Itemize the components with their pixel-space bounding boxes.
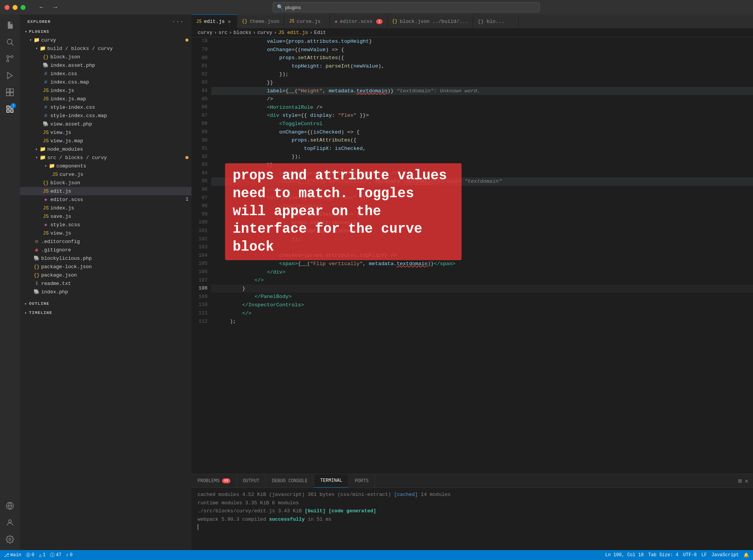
tab-curve-js[interactable]: JS curve.js bbox=[284, 14, 330, 28]
search-input[interactable] bbox=[285, 5, 536, 10]
svg-rect-15 bbox=[7, 110, 9, 112]
tab-terminal[interactable]: TERMINAL bbox=[314, 474, 349, 488]
tab-ports[interactable]: PORTS bbox=[349, 474, 375, 488]
code-line-95: <span>{__("Flip horizontally", metadata.… bbox=[211, 177, 753, 186]
curvy-folder[interactable]: ▾ 📁 curvy bbox=[20, 36, 191, 44]
blockylicious-php-file[interactable]: 🐘 blockylicious.php bbox=[20, 254, 191, 262]
index-js-map-file[interactable]: JS index.js.map bbox=[20, 95, 191, 103]
build-folder[interactable]: ▾ 📁 build / blocks / curvy bbox=[20, 44, 191, 53]
tab-block-json[interactable]: {} block.json ../build/... bbox=[388, 14, 473, 28]
style-scss-file[interactable]: ◈ style.scss bbox=[20, 220, 191, 229]
breadcrumb-curvy2[interactable]: curvy bbox=[257, 30, 272, 35]
components-folder[interactable]: ▾ 📁 components bbox=[20, 162, 191, 170]
panel-close-icon[interactable]: ✕ bbox=[745, 477, 748, 485]
accounts-icon[interactable] bbox=[2, 515, 18, 530]
editorconfig-file[interactable]: ⚙ .editorconfig bbox=[20, 237, 191, 246]
debug-icon[interactable] bbox=[2, 68, 18, 83]
readme-txt-file[interactable]: ℹ readme.txt bbox=[20, 279, 191, 288]
curvy-folder-icon: 📁 bbox=[34, 37, 40, 43]
tab-debug-console[interactable]: DEBUG CONSOLE bbox=[266, 474, 314, 488]
extensions-icon[interactable] bbox=[2, 85, 18, 100]
source-control-icon[interactable] bbox=[2, 51, 18, 66]
index-asset-php-file[interactable]: 🐘 index.asset.php bbox=[20, 61, 191, 69]
node-modules-folder[interactable]: ▸ 📁 node_modules bbox=[20, 145, 191, 153]
breadcrumb-src[interactable]: src bbox=[219, 30, 227, 35]
save-js-file[interactable]: JS save.js bbox=[20, 212, 191, 220]
language-label: JavaScript bbox=[711, 552, 739, 558]
editor-scss-file[interactable]: ◈ editor.scss 1 bbox=[20, 195, 191, 204]
settings-icon[interactable] bbox=[2, 532, 18, 547]
tab-theme-json[interactable]: {} theme.json bbox=[237, 14, 284, 28]
view-js-file[interactable]: JS view.js bbox=[20, 128, 191, 137]
status-notifications[interactable]: 🔔 bbox=[743, 552, 749, 558]
tab-curve-js-icon: JS bbox=[289, 19, 294, 24]
sidebar-title: Explorer bbox=[27, 19, 51, 24]
view-asset-php-file[interactable]: 🐘 view.asset.php bbox=[20, 120, 191, 128]
code-content[interactable]: value={props.attributes.topHeight} onCha… bbox=[211, 37, 753, 474]
close-button[interactable] bbox=[5, 5, 10, 10]
search-activity-icon[interactable] bbox=[2, 34, 18, 50]
plugins-icon[interactable]: 1 bbox=[2, 101, 18, 117]
breadcrumb-curvy[interactable]: curvy bbox=[198, 30, 212, 35]
style-index-css-file[interactable]: # style-index.css bbox=[20, 103, 191, 111]
breadcrumb-sep1: › bbox=[214, 30, 217, 35]
status-tab-size[interactable]: Tab Size: 4 bbox=[648, 552, 678, 558]
tab-more[interactable]: {} blo... bbox=[473, 14, 519, 28]
status-branch[interactable]: ⎇ main bbox=[4, 552, 21, 558]
view-js-map-file[interactable]: JS view.js.map bbox=[20, 137, 191, 145]
outline-section[interactable]: ▸ OUTLINE bbox=[20, 299, 191, 308]
tab-problems[interactable]: PROBLEMS 48 bbox=[191, 474, 237, 488]
breadcrumb-blocks[interactable]: blocks bbox=[233, 30, 251, 35]
blockylicious-php-label: blockylicious.php bbox=[41, 256, 191, 261]
src-folder[interactable]: ▾ 📁 src / blocks / curvy bbox=[20, 153, 191, 162]
status-info[interactable]: ⓘ 47 bbox=[50, 552, 61, 558]
curve-js-file[interactable]: JS curve.js bbox=[20, 170, 191, 179]
edit-js-file[interactable]: JS edit.js bbox=[20, 187, 191, 195]
tab-bar: JS edit.js ✕ {} theme.json JS curve.js ◈… bbox=[191, 14, 753, 28]
src-view-js-file[interactable]: JS view.js bbox=[20, 229, 191, 237]
block-json-file[interactable]: {} block.json bbox=[20, 53, 191, 61]
index-asset-php-icon: 🐘 bbox=[43, 62, 49, 68]
back-button[interactable]: ← bbox=[36, 3, 47, 11]
status-remote[interactable]: ⚡ 0 bbox=[66, 552, 72, 558]
panel-maximize-icon[interactable]: ⊞ bbox=[738, 477, 742, 485]
breadcrumb-symbol[interactable]: Edit bbox=[314, 30, 326, 35]
problems-count: 48 bbox=[222, 478, 230, 483]
style-index-css-map-file[interactable]: # style-index.css.map bbox=[20, 111, 191, 120]
gitignore-file[interactable]: ◉ .gitignore bbox=[20, 246, 191, 254]
index-css-file[interactable]: # index.css bbox=[20, 69, 191, 78]
package-json-file[interactable]: {} package.json bbox=[20, 271, 191, 279]
tab-editor-scss[interactable]: ◈ editor.scss 1 bbox=[330, 14, 387, 28]
tab-edit-js[interactable]: JS edit.js ✕ bbox=[191, 14, 237, 28]
plugins-section[interactable]: ▾ PLUGINS bbox=[20, 27, 191, 36]
panel-content[interactable]: cached modules 4.52 KiB (javascript) 361… bbox=[191, 488, 753, 550]
search-bar[interactable]: 🔍 bbox=[273, 2, 540, 12]
breadcrumb-file[interactable]: JS edit.js bbox=[278, 30, 308, 35]
code-editor[interactable]: 78 79 80 81 82 83 84 85 86 87 88 89 90 9… bbox=[191, 37, 753, 474]
remote-icon[interactable] bbox=[2, 498, 18, 513]
ln-104: 104 bbox=[198, 251, 208, 260]
src-index-js-file[interactable]: JS index.js bbox=[20, 204, 191, 212]
tab-output[interactable]: OUTPUT bbox=[237, 474, 266, 488]
package-lock-json-file[interactable]: {} package-lock.json bbox=[20, 262, 191, 271]
src-block-json-file[interactable]: {} block.json bbox=[20, 179, 191, 187]
more-actions-icon[interactable]: ··· bbox=[172, 18, 184, 25]
status-errors[interactable]: ⓪ 0 bbox=[26, 552, 34, 558]
index-css-map-file[interactable]: # index.css.map bbox=[20, 78, 191, 86]
index-php-file[interactable]: 🐘 index.php bbox=[20, 288, 191, 296]
status-ln[interactable]: Ln 108, Col 18 bbox=[605, 552, 644, 558]
svg-line-1 bbox=[11, 43, 13, 45]
status-warnings[interactable]: △ 1 bbox=[39, 552, 45, 558]
status-line-endings[interactable]: LF bbox=[702, 552, 707, 558]
minimize-button[interactable] bbox=[13, 5, 18, 10]
status-language[interactable]: JavaScript bbox=[711, 552, 739, 558]
timeline-section[interactable]: ▸ TIMELINE bbox=[20, 308, 191, 317]
sidebar: Explorer ··· ▾ PLUGINS ▾ 📁 curvy ▾ 📁 bbox=[20, 14, 191, 550]
status-encoding[interactable]: UTF-8 bbox=[683, 552, 697, 558]
maximize-button[interactable] bbox=[21, 5, 26, 10]
tab-edit-js-close[interactable]: ✕ bbox=[227, 18, 232, 26]
forward-button[interactable]: → bbox=[50, 3, 61, 11]
index-js-file[interactable]: JS index.js bbox=[20, 86, 191, 95]
editorconfig-icon: ⚙ bbox=[34, 238, 40, 245]
explorer-icon[interactable] bbox=[2, 18, 18, 33]
